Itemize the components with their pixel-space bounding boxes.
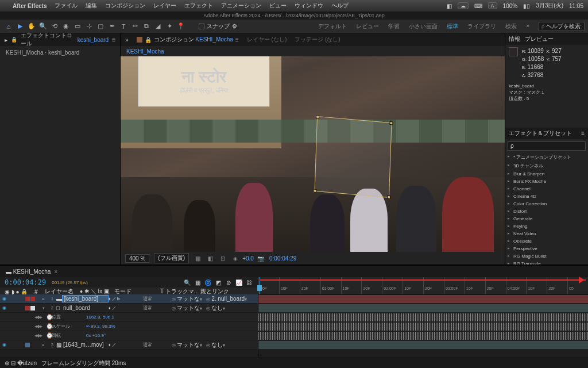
preset-category[interactable]: Obsolete <box>505 237 588 245</box>
tl-draft3d-icon[interactable]: ◩ <box>214 279 222 286</box>
preset-category[interactable]: Channel <box>505 185 588 193</box>
status-icon[interactable]: ◧ <box>447 3 452 9</box>
menu-file[interactable]: ファイル <box>55 2 78 10</box>
ws-learn[interactable]: 学習 <box>385 21 403 32</box>
home-icon[interactable]: ⌂ <box>3 21 14 32</box>
keyframe-track-scale[interactable] <box>258 323 588 331</box>
footage-tab[interactable]: フッテージ (なし) <box>295 36 340 44</box>
tl-graph-icon[interactable]: 📈 <box>235 279 243 286</box>
roto-tool-icon[interactable]: ✦ <box>164 21 175 32</box>
menu-window[interactable]: ウィンドウ <box>295 2 323 10</box>
preset-category[interactable]: Blur & Sharpen <box>505 170 588 178</box>
preset-category[interactable]: Color Correction <box>505 200 588 208</box>
ws-review[interactable]: レビュー <box>353 21 382 32</box>
tl-shy-icon[interactable]: 🌀 <box>204 279 212 286</box>
snapshot-icon[interactable]: 📷 <box>257 254 265 262</box>
keyframe-track-rotation[interactable] <box>258 332 588 340</box>
preset-category[interactable]: 3D チャンネル <box>505 162 588 170</box>
menu-animation[interactable]: アニメーション <box>221 2 261 10</box>
layer-bar-1[interactable] <box>258 295 588 303</box>
puppet-tool-icon[interactable]: 📍 <box>176 21 186 32</box>
zoom-tool-icon[interactable]: 🔍 <box>38 21 48 32</box>
layer-row-1[interactable]: ◉▸1▬[keshi_board]♦ ／ fx通常◎ マットな▾◎ 2. nul… <box>0 294 258 304</box>
layer-row-3[interactable]: ◉▸3▩[1643_m…mov]♦ ／通常◎ マットな▾◎ なし▾ <box>0 340 258 350</box>
ws-search[interactable]: 検索 <box>502 21 520 32</box>
mask-toggle-icon[interactable]: ◧ <box>206 254 214 262</box>
prop-scale[interactable]: ◂◆▸⌚スケール∞ 99.3, 99.3% <box>0 322 258 331</box>
menu-help[interactable]: ヘルプ <box>331 2 349 10</box>
layer-row-2[interactable]: ◉▾2□null_board♦ ／通常◎ マットな▾◎ なし▾ <box>0 304 258 313</box>
layer-mask-outline[interactable] <box>315 116 392 198</box>
timeline-tab-close[interactable]: × <box>54 269 57 275</box>
panel-toggle-icon[interactable]: » <box>125 37 129 43</box>
cc-icon[interactable]: ☁ <box>458 2 469 9</box>
text-tool-icon[interactable]: T <box>118 21 129 32</box>
project-icon[interactable]: ▸ <box>5 37 7 43</box>
comp-subtab[interactable]: KESHI_Mocha <box>126 48 164 55</box>
tl-blur-icon[interactable]: ⊘ <box>225 279 233 286</box>
clone-tool-icon[interactable]: ⧉ <box>141 21 152 32</box>
menu-effect[interactable]: エフェクト <box>184 2 213 10</box>
pen-tool-icon[interactable]: ✒ <box>107 21 117 32</box>
exposure-value[interactable]: +0.0 <box>244 254 252 262</box>
preset-category[interactable]: Distort <box>505 208 588 215</box>
tl-snap-icon[interactable]: ⛓ <box>245 279 253 286</box>
preset-category[interactable]: Boris FX Mocha <box>505 178 588 185</box>
preview-panel-tab[interactable]: プレビュー <box>525 35 554 43</box>
timeline-tab-icon[interactable]: ▬ <box>6 269 11 275</box>
menubar-date[interactable]: 3月3日(火) <box>536 2 563 10</box>
ime-indicator[interactable]: A <box>488 2 497 9</box>
preset-category[interactable]: RG Magic Bullet <box>505 252 588 260</box>
channel-icon[interactable]: ◈ <box>231 254 239 262</box>
battery-icon[interactable]: ▮▯ <box>523 3 530 9</box>
selection-tool-icon[interactable]: ▶ <box>15 21 25 32</box>
timeline-tab[interactable]: KESHI_Mocha <box>13 269 51 275</box>
app-name[interactable]: After Effects <box>13 3 47 9</box>
tl-search-icon[interactable]: 🔍 <box>183 279 191 286</box>
preset-category[interactable]: * アニメーションプリセット <box>505 153 588 162</box>
preset-search-input[interactable]: ρ <box>508 141 586 151</box>
anchor-tool-icon[interactable]: ⊹ <box>84 21 94 32</box>
prop-rotation[interactable]: ◂◆▸⌚回転0x +16.9° <box>0 331 258 340</box>
region-icon[interactable]: ⊡ <box>219 254 227 262</box>
snap-toggle[interactable]: スナップ⚙ <box>199 22 237 30</box>
rotate-tool-icon[interactable]: ◉ <box>61 21 71 32</box>
orbit-tool-icon[interactable]: ⟲ <box>49 21 60 32</box>
menu-edit[interactable]: 編集 <box>86 2 97 10</box>
keyframe-track-position[interactable] <box>258 313 588 321</box>
camera-tool-icon[interactable]: ▭ <box>72 21 83 32</box>
info-panel-tab[interactable]: 情報 <box>509 35 520 43</box>
preset-category[interactable]: Neat Video <box>505 230 588 237</box>
wifi-icon[interactable]: ⌨ <box>474 3 482 9</box>
ws-small[interactable]: 小さい画面 <box>405 21 441 32</box>
toggle-switches-icon[interactable]: ⊕ ⊟ �ützen <box>5 360 37 366</box>
eraser-tool-icon[interactable]: ◢ <box>153 21 163 32</box>
ws-library[interactable]: ライブラリ <box>464 21 500 32</box>
effects-presets-tab[interactable]: エフェクト＆プリセット <box>509 129 572 137</box>
brush-tool-icon[interactable]: ✏ <box>130 21 140 32</box>
timeline-timecode[interactable]: 0:00:04:29 <box>5 278 46 286</box>
tl-comp-icon[interactable]: ▦ <box>194 279 202 286</box>
hand-tool-icon[interactable]: ✋ <box>26 21 37 32</box>
layer-tab[interactable]: レイヤー (なし) <box>247 36 287 44</box>
menu-layer[interactable]: レイヤー <box>153 2 176 10</box>
prop-position[interactable]: ◂◆▸⌚位置1062.8, 596.1 <box>0 313 258 322</box>
shape-tool-icon[interactable]: ▢ <box>95 21 106 32</box>
preset-category[interactable]: RG Trapcode <box>505 260 588 264</box>
resolution-dropdown[interactable]: (フル画質) <box>154 253 189 263</box>
comp-viewport[interactable]: ना स्टोरहौज़री व प्रसूत, बनिया <box>121 56 505 252</box>
menu-composition[interactable]: コンポジション <box>105 2 145 10</box>
menubar-time[interactable]: 11:05 <box>569 3 583 9</box>
preset-category[interactable]: Perspective <box>505 245 588 252</box>
lock-icon[interactable]: 🔒 <box>11 37 17 43</box>
layer-bar-3[interactable] <box>258 341 588 349</box>
preset-category[interactable]: Generate <box>505 215 588 223</box>
preset-category[interactable]: Keying <box>505 223 588 230</box>
timeline-tracks[interactable] <box>258 294 588 358</box>
menu-view[interactable]: ビュー <box>269 2 287 10</box>
preset-category[interactable]: Cinema 4D <box>505 193 588 200</box>
help-search-input[interactable]: ρ ヘルプを検索 <box>539 22 585 31</box>
zoom-dropdown[interactable]: 400 % <box>125 254 149 263</box>
viewer-timecode[interactable]: 0:00:04:29 <box>269 255 296 262</box>
comp-tab[interactable]: 🔒コンポジション KESHI_Mocha≡ <box>137 36 239 44</box>
